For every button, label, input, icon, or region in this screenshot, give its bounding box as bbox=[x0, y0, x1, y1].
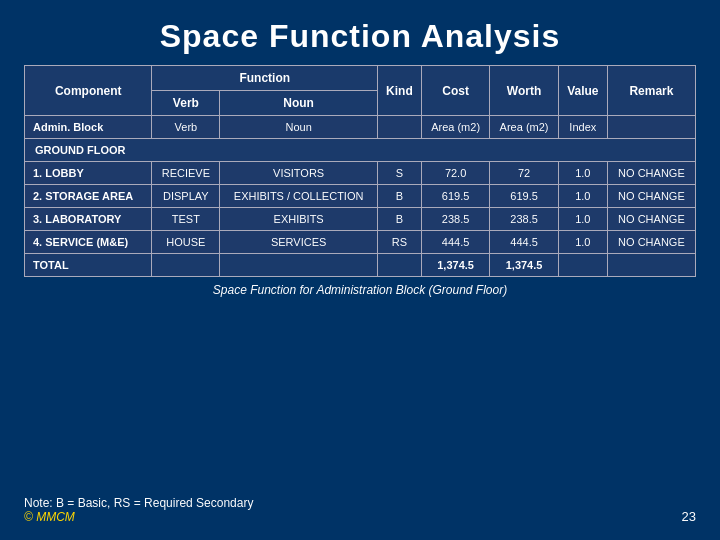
table-row: Admin. Block Verb Noun Area (m2) Area (m… bbox=[25, 116, 696, 139]
cell-value: 1.0 bbox=[558, 185, 607, 208]
cell-kind bbox=[377, 116, 421, 139]
col-header-noun: Noun bbox=[220, 91, 378, 116]
cell-remark: NO CHANGE bbox=[607, 231, 695, 254]
table-row: 3. LABORATORY TEST EXHIBITS B 238.5 238.… bbox=[25, 208, 696, 231]
cell-noun: EXHIBITS bbox=[220, 208, 378, 231]
cell-value: 1.0 bbox=[558, 208, 607, 231]
cell-worth: 444.5 bbox=[490, 231, 558, 254]
col-header-function: Function bbox=[152, 66, 378, 91]
cell-component: 3. LABORATORY bbox=[25, 208, 152, 231]
cell-value: Index bbox=[558, 116, 607, 139]
cell-component: Admin. Block bbox=[25, 116, 152, 139]
table-container: Component Function Kind Cost Worth Value… bbox=[0, 65, 720, 297]
cell-worth: 238.5 bbox=[490, 208, 558, 231]
cell-cost: Area (m2) bbox=[421, 116, 489, 139]
page-title: Space Function Analysis bbox=[0, 0, 720, 65]
col-header-remark: Remark bbox=[607, 66, 695, 116]
col-header-kind: Kind bbox=[377, 66, 421, 116]
cell-noun: VISITORS bbox=[220, 162, 378, 185]
page-number: 23 bbox=[682, 509, 696, 524]
col-header-verb: Verb bbox=[152, 91, 220, 116]
col-header-component: Component bbox=[25, 66, 152, 116]
cell-verb: Verb bbox=[152, 116, 220, 139]
section-label: GROUND FLOOR bbox=[25, 139, 696, 162]
cell-cost: 444.5 bbox=[421, 231, 489, 254]
cell-noun: Noun bbox=[220, 116, 378, 139]
col-header-worth: Worth bbox=[490, 66, 558, 116]
cell-kind: B bbox=[377, 208, 421, 231]
table-row: 2. STORAGE AREA DISPLAY EXHIBITS / COLLE… bbox=[25, 185, 696, 208]
cell-verb: DISPLAY bbox=[152, 185, 220, 208]
cell-value: 1.0 bbox=[558, 162, 607, 185]
cell-component: 1. LOBBY bbox=[25, 162, 152, 185]
cell-total-kind bbox=[377, 254, 421, 277]
cell-total-worth: 1,374.5 bbox=[490, 254, 558, 277]
cell-cost: 619.5 bbox=[421, 185, 489, 208]
cell-kind: RS bbox=[377, 231, 421, 254]
cell-total-cost: 1,374.5 bbox=[421, 254, 489, 277]
cell-kind: B bbox=[377, 185, 421, 208]
cell-total-value bbox=[558, 254, 607, 277]
cell-verb: RECIEVE bbox=[152, 162, 220, 185]
footnote: Note: B = Basic, RS = Required Secondary… bbox=[24, 496, 253, 524]
cell-verb: HOUSE bbox=[152, 231, 220, 254]
footnote-text: Note: B = Basic, RS = Required Secondary bbox=[24, 496, 253, 510]
cell-kind: S bbox=[377, 162, 421, 185]
cell-total-remark bbox=[607, 254, 695, 277]
cell-component: 2. STORAGE AREA bbox=[25, 185, 152, 208]
copyright-text: © MMCM bbox=[24, 510, 75, 524]
cell-remark: NO CHANGE bbox=[607, 208, 695, 231]
cell-worth: 619.5 bbox=[490, 185, 558, 208]
cell-component: 4. SERVICE (M&E) bbox=[25, 231, 152, 254]
cell-noun: SERVICES bbox=[220, 231, 378, 254]
cell-worth: Area (m2) bbox=[490, 116, 558, 139]
cell-noun: EXHIBITS / COLLECTION bbox=[220, 185, 378, 208]
space-function-table: Component Function Kind Cost Worth Value… bbox=[24, 65, 696, 277]
cell-worth: 72 bbox=[490, 162, 558, 185]
table-row: 4. SERVICE (M&E) HOUSE SERVICES RS 444.5… bbox=[25, 231, 696, 254]
col-header-cost: Cost bbox=[421, 66, 489, 116]
total-row: TOTAL 1,374.5 1,374.5 bbox=[25, 254, 696, 277]
col-header-value: Value bbox=[558, 66, 607, 116]
cell-cost: 238.5 bbox=[421, 208, 489, 231]
cell-total-noun bbox=[220, 254, 378, 277]
cell-cost: 72.0 bbox=[421, 162, 489, 185]
cell-remark bbox=[607, 116, 695, 139]
cell-remark: NO CHANGE bbox=[607, 185, 695, 208]
cell-total-verb bbox=[152, 254, 220, 277]
cell-total-label: TOTAL bbox=[25, 254, 152, 277]
cell-remark: NO CHANGE bbox=[607, 162, 695, 185]
table-caption: Space Function for Administration Block … bbox=[24, 283, 696, 297]
section-header-row: GROUND FLOOR bbox=[25, 139, 696, 162]
cell-verb: TEST bbox=[152, 208, 220, 231]
cell-value: 1.0 bbox=[558, 231, 607, 254]
table-row: 1. LOBBY RECIEVE VISITORS S 72.0 72 1.0 … bbox=[25, 162, 696, 185]
